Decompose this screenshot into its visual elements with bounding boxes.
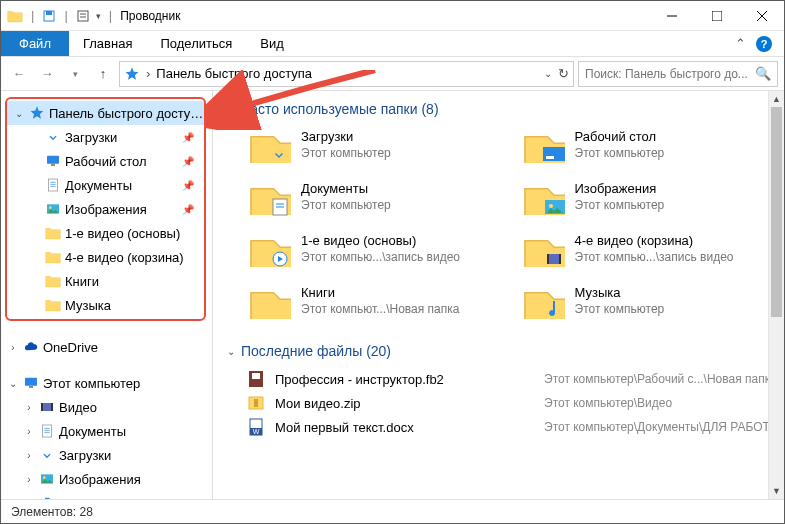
nav-history-button[interactable]: ▾ (63, 62, 87, 86)
folder-item[interactable]: ЗагрузкиЭтот компьютер (247, 125, 511, 165)
sidebar-item[interactable]: ›Изображения (1, 467, 212, 491)
scroll-up-icon[interactable]: ▲ (769, 91, 784, 107)
minimize-button[interactable] (649, 1, 694, 31)
star-icon (29, 105, 45, 121)
folder-icon (521, 177, 565, 217)
image-icon (45, 201, 61, 217)
arrow-down-icon (45, 129, 61, 145)
video-icon (39, 399, 55, 415)
folder-icon (247, 281, 291, 321)
sidebar-item[interactable]: ›Музыка (1, 491, 212, 499)
folder-item[interactable]: 1-е видео (основы)Этот компью...\запись … (247, 229, 511, 269)
help-icon[interactable]: ? (756, 36, 772, 52)
tree-this-pc[interactable]: ⌄ Этот компьютер (1, 371, 212, 395)
sidebar-item[interactable]: Изображения📌 (7, 197, 204, 221)
folder-name: Документы (301, 181, 391, 197)
section-frequent-title: Часто используемые папки (8) (241, 101, 439, 117)
section-recent[interactable]: ⌄ Последние файлы (20) (227, 339, 784, 367)
file-name: Мой первый текст.docx (275, 420, 534, 435)
folder-item[interactable]: МузыкаЭтот компьютер (521, 281, 785, 321)
file-path: Этот компьютер\Документы\ДЛЯ РАБОТЫ (544, 420, 784, 434)
search-box[interactable]: 🔍 (578, 61, 778, 87)
close-button[interactable] (739, 1, 784, 31)
search-input[interactable] (585, 67, 749, 81)
annotation-highlight: ⌄ Панель быстрого доступа Загрузки📌Рабоч… (5, 97, 206, 321)
folder-item[interactable]: Рабочий столЭтот компьютер (521, 125, 785, 165)
pin-icon: 📌 (182, 156, 194, 167)
file-row[interactable]: WМой первый текст.docxЭтот компьютер\Док… (247, 415, 784, 439)
explorer-window: | | ▾ | Проводник Файл Главная Поделитьс… (0, 0, 785, 524)
folder-item[interactable]: КнигиЭтот компьют...\Новая папка (247, 281, 511, 321)
sidebar-item[interactable]: 1-е видео (основы) (7, 221, 204, 245)
file-row[interactable]: Профессия - инструктор.fb2Этот компьютер… (247, 367, 784, 391)
pin-icon: 📌 (182, 132, 194, 143)
desktop-icon (45, 153, 61, 169)
folder-item[interactable]: ИзображенияЭтот компьютер (521, 177, 785, 217)
address-bar[interactable]: › Панель быстрого доступа ⌄ ↻ (119, 61, 574, 87)
document-icon (45, 177, 61, 193)
sidebar-item[interactable]: ›Документы (1, 419, 212, 443)
ribbon-tab-view[interactable]: Вид (246, 31, 298, 56)
address-dropdown-icon[interactable]: ⌄ (544, 68, 552, 79)
sidebar-item[interactable]: 4-е видео (корзина) (7, 245, 204, 269)
svg-rect-13 (78, 11, 88, 21)
sidebar-item[interactable]: Музыка (7, 293, 204, 317)
folder-item[interactable]: 4-е видео (корзина)Этот компью...\запись… (521, 229, 785, 269)
pin-icon: 📌 (182, 180, 194, 191)
folder-item[interactable]: ДокументыЭтот компьютер (247, 177, 511, 217)
file-row[interactable]: Мои видео.zipЭтот компьютер\Видео (247, 391, 784, 415)
ribbon-tab-file[interactable]: Файл (1, 31, 69, 56)
navigation-pane[interactable]: ⌄ Панель быстрого доступа Загрузки📌Рабоч… (1, 91, 213, 499)
status-text: Элементов: 28 (11, 505, 93, 519)
folder-name: Изображения (575, 181, 665, 197)
ribbon-expand-icon[interactable]: ⌃ (735, 36, 746, 51)
sidebar-item[interactable]: ›Видео (1, 395, 212, 419)
save-icon[interactable] (42, 9, 56, 23)
ribbon: Файл Главная Поделиться Вид ⌃ ? (1, 31, 784, 57)
maximize-button[interactable] (694, 1, 739, 31)
svg-rect-34 (254, 399, 258, 407)
properties-icon[interactable] (76, 9, 90, 23)
document-icon (39, 423, 55, 439)
sidebar-item-label: 1-е видео (основы) (65, 226, 180, 241)
sidebar-item[interactable]: ›Загрузки (1, 443, 212, 467)
section-frequent[interactable]: ⌄ Часто используемые папки (8) (227, 97, 784, 125)
image-icon (39, 471, 55, 487)
window-title: Проводник (120, 9, 180, 23)
folder-name: Музыка (575, 285, 665, 301)
folder-icon (7, 8, 23, 24)
search-icon[interactable]: 🔍 (755, 66, 771, 81)
sidebar-item-label: Загрузки (65, 130, 117, 145)
sidebar-item[interactable]: Рабочий стол📌 (7, 149, 204, 173)
svg-rect-21 (546, 156, 554, 159)
refresh-icon[interactable]: ↻ (558, 66, 569, 81)
folder-name: 4-е видео (корзина) (575, 233, 734, 249)
tree-onedrive[interactable]: › OneDrive (1, 335, 212, 359)
folder-icon (45, 249, 61, 265)
ribbon-tab-home[interactable]: Главная (69, 31, 146, 56)
svg-rect-17 (712, 11, 722, 21)
chevron-down-icon: ⌄ (227, 104, 235, 115)
sidebar-item[interactable]: Загрузки📌 (7, 125, 204, 149)
tree-quick-access[interactable]: ⌄ Панель быстрого доступа (7, 101, 204, 125)
sidebar-item-label: Рабочий стол (65, 154, 147, 169)
sidebar-item-label: 4-е видео (корзина) (65, 250, 184, 265)
sidebar-item-label: Документы (59, 424, 126, 439)
nav-up-button[interactable]: ↑ (91, 62, 115, 86)
nav-back-button[interactable]: ← (7, 62, 31, 86)
nav-forward-button[interactable]: → (35, 62, 59, 86)
sidebar-item[interactable]: Документы📌 (7, 173, 204, 197)
sidebar-item[interactable]: Книги (7, 269, 204, 293)
file-icon (247, 370, 265, 388)
ribbon-tab-share[interactable]: Поделиться (146, 31, 246, 56)
folder-icon (247, 177, 291, 217)
sidebar-item-label: Книги (65, 274, 99, 289)
svg-rect-29 (547, 254, 549, 264)
scrollbar[interactable]: ▲ ▼ (768, 91, 784, 499)
folder-icon (45, 273, 61, 289)
cloud-icon (23, 339, 39, 355)
sidebar-item-label: Загрузки (59, 448, 111, 463)
content-pane[interactable]: ▲ ▼ ⌄ Часто используемые папки (8) Загру… (213, 91, 784, 499)
scroll-down-icon[interactable]: ▼ (769, 483, 784, 499)
scroll-thumb[interactable] (771, 107, 782, 317)
